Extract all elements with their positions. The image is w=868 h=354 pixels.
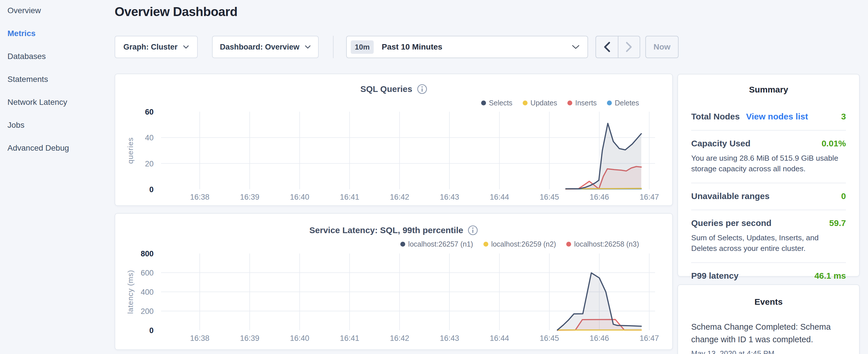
svg-text:16:45: 16:45 <box>539 193 559 201</box>
chevron-left-icon <box>603 41 611 53</box>
page-title: Overview Dashboard <box>115 5 238 19</box>
svg-text:16:42: 16:42 <box>390 334 409 343</box>
svg-text:0: 0 <box>149 326 154 335</box>
svg-text:16:40: 16:40 <box>290 334 309 343</box>
summary-row-label: Capacity Used <box>691 139 750 148</box>
sidebar-item-statements[interactable]: Statements <box>7 73 48 86</box>
svg-text:16:46: 16:46 <box>590 334 609 343</box>
svg-text:16:47: 16:47 <box>640 193 659 201</box>
svg-text:400: 400 <box>141 288 154 296</box>
sidebar-item-jobs[interactable]: Jobs <box>7 119 24 132</box>
svg-text:60: 60 <box>145 108 154 116</box>
events-panel: Events Schema Change Completed: Schema c… <box>677 284 860 354</box>
summary-row-unavailable-ranges: Unavailable ranges0 <box>691 183 846 210</box>
sql-queries-chart[interactable]: 020406016:3816:3916:4016:4116:4216:4316:… <box>115 74 674 206</box>
sql-queries-card: SQL Queries SelectsUpdatesInsertsDeletes… <box>115 74 673 206</box>
sidebar-item-network-latency[interactable]: Network Latency <box>7 96 67 109</box>
chevron-right-icon <box>625 41 633 53</box>
service-latency-chart[interactable]: 020040060080016:3816:3916:4016:4116:4216… <box>115 214 674 351</box>
graph-dropdown-label: Graph: Cluster <box>123 43 177 52</box>
svg-text:16:47: 16:47 <box>640 334 659 343</box>
sidebar: OverviewMetricsDatabasesStatementsNetwor… <box>0 0 115 354</box>
summary-row-value: 0 <box>841 191 846 201</box>
sidebar-item-advanced-debug[interactable]: Advanced Debug <box>7 141 69 155</box>
svg-text:16:39: 16:39 <box>240 193 260 201</box>
time-range-label: Past 10 Minutes <box>382 42 442 52</box>
svg-text:200: 200 <box>141 307 154 316</box>
svg-text:600: 600 <box>141 269 154 277</box>
graph-dropdown[interactable]: Graph: Cluster <box>115 36 198 58</box>
summary-row-value: 46.1 ms <box>814 271 846 281</box>
summary-row-queries-per-second: Queries per second59.7Sum of Selects, Up… <box>691 210 846 262</box>
svg-text:16:40: 16:40 <box>290 193 309 201</box>
summary-row-value: 3 <box>841 112 846 122</box>
now-button[interactable]: Now <box>645 36 679 58</box>
view-nodes-list-link[interactable]: View nodes list <box>746 112 808 122</box>
svg-text:16:45: 16:45 <box>539 334 559 343</box>
svg-text:16:41: 16:41 <box>340 193 359 201</box>
dashboard-dropdown-label: Dashboard: Overview <box>220 43 300 52</box>
summary-panel: Summary Total NodesView nodes list3Capac… <box>677 74 860 277</box>
chevron-down-icon <box>305 45 311 49</box>
next-time-button[interactable] <box>618 36 640 58</box>
svg-text:16:38: 16:38 <box>190 334 210 343</box>
svg-text:40: 40 <box>145 133 154 142</box>
chevron-down-icon <box>571 44 580 50</box>
service-latency-card: Service Latency: SQL, 99th percentile lo… <box>115 213 673 350</box>
sidebar-item-metrics[interactable]: Metrics <box>7 27 35 40</box>
svg-text:16:39: 16:39 <box>240 334 260 343</box>
svg-text:16:43: 16:43 <box>440 193 459 201</box>
summary-row-value: 0.01% <box>822 139 846 148</box>
events-title: Events <box>691 297 846 307</box>
dashboard-dropdown[interactable]: Dashboard: Overview <box>212 36 319 58</box>
summary-row-total-nodes: Total NodesView nodes list3 <box>691 104 846 130</box>
summary-row-label: P99 latency <box>691 271 739 281</box>
svg-text:0: 0 <box>149 185 154 194</box>
svg-text:16:44: 16:44 <box>490 334 509 343</box>
event-timestamp: May 13, 2020 at 4:45 PM <box>691 349 846 354</box>
summary-row-description: Sum of Selects, Updates, Inserts, and De… <box>691 232 846 254</box>
summary-row-label: Queries per second <box>691 218 771 228</box>
summary-row-value: 59.7 <box>829 218 846 228</box>
summary-row-description: You are using 28.6 MiB of 515.9 GiB usab… <box>691 153 846 174</box>
time-step-buttons <box>595 36 640 58</box>
sidebar-item-databases[interactable]: Databases <box>7 50 46 63</box>
svg-text:16:42: 16:42 <box>390 193 409 201</box>
summary-row-label: Unavailable ranges <box>691 191 769 201</box>
summary-title: Summary <box>691 85 846 95</box>
svg-text:latency (ms): latency (ms) <box>126 270 135 314</box>
svg-text:20: 20 <box>145 160 154 168</box>
summary-row-label: Total Nodes <box>691 112 740 122</box>
svg-text:800: 800 <box>141 250 154 258</box>
svg-text:queries: queries <box>126 137 135 164</box>
time-range-badge: 10m <box>351 40 374 54</box>
svg-text:16:41: 16:41 <box>340 334 359 343</box>
chevron-down-icon <box>183 45 189 49</box>
event-text: Schema Change Completed: Schema change w… <box>691 321 846 346</box>
svg-text:16:44: 16:44 <box>490 193 509 201</box>
svg-text:16:46: 16:46 <box>590 193 609 201</box>
sidebar-item-overview[interactable]: Overview <box>7 4 41 17</box>
event-item[interactable]: Schema Change Completed: Schema change w… <box>691 321 846 354</box>
prev-time-button[interactable] <box>596 36 618 58</box>
svg-text:16:38: 16:38 <box>190 193 210 201</box>
time-range-selector[interactable]: 10m Past 10 Minutes <box>346 36 588 58</box>
controls-divider <box>333 36 334 58</box>
summary-row-capacity-used: Capacity Used0.01%You are using 28.6 MiB… <box>691 130 846 183</box>
svg-text:16:43: 16:43 <box>440 334 459 343</box>
